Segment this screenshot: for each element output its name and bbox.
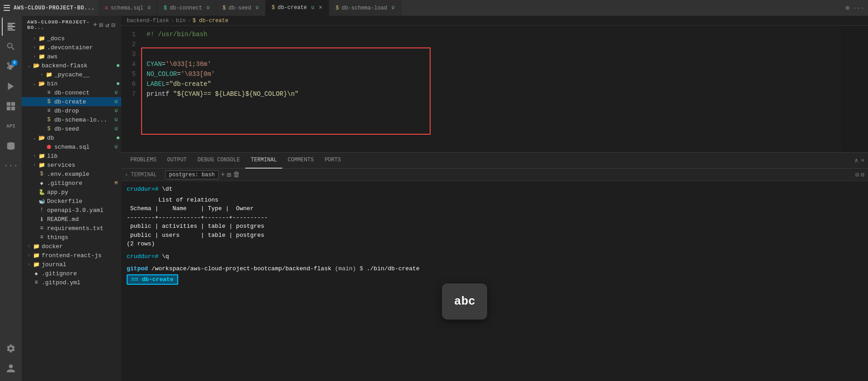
file-badge-gitignore: M	[114, 180, 118, 186]
new-file-icon[interactable]: +	[93, 21, 98, 29]
file-icon-gitpod: ≡	[33, 279, 40, 286]
abc-tooltip: abc	[442, 283, 487, 320]
sidebar-item-db-connect[interactable]: ≡ db-connect U	[22, 88, 121, 97]
sidebar-item-services[interactable]: › 📁 services	[22, 160, 121, 169]
activity-db[interactable]	[2, 137, 20, 155]
sidebar-item-devcontainer[interactable]: › 📁 .devcontainer	[22, 43, 121, 52]
terminal-header-bar: › TERMINAL postgres: bash + ⊞ 🗑 ⊡ ⊟	[121, 169, 868, 181]
tab-db-seed[interactable]: $ db-seed U	[216, 0, 266, 16]
sidebar-item-db-drop[interactable]: ≡ db-drop U	[22, 106, 121, 115]
layout-icon[interactable]: ⊞	[845, 4, 849, 12]
activity-source-control[interactable]: 8	[2, 57, 20, 75]
panel-close[interactable]: ×	[861, 157, 864, 164]
file-label-db-create: db-create	[54, 99, 114, 105]
title-bar: AWS-CLOUD-PROJECT-BO... ≡ schema.sql U $…	[0, 0, 868, 16]
sidebar-item-db-create[interactable]: $ db-create U	[22, 97, 121, 106]
term-activities-row: public | activities | table | postgres	[127, 223, 264, 230]
add-terminal-icon[interactable]: +	[221, 171, 225, 179]
kill-terminal-icon[interactable]: 🗑	[233, 170, 240, 179]
sidebar-item-things[interactable]: ≡ things	[22, 233, 121, 242]
sidebar-item-pycache[interactable]: › 📁 _pycache__	[22, 70, 121, 79]
sidebar-item-gitignore[interactable]: ◆ .gitignore M	[22, 179, 121, 188]
sidebar-item-journal[interactable]: › 📁 journal	[22, 260, 121, 269]
sidebar-item-aws[interactable]: › 📁 aws	[22, 52, 121, 61]
panel-tabs: PROBLEMS OUTPUT DEBUG CONSOLE TERMINAL C…	[121, 153, 868, 169]
folder-arrow-backend: ⌄	[25, 63, 33, 68]
new-folder-icon[interactable]: ⊞	[99, 21, 104, 29]
term-list-relations: List of relations	[127, 197, 218, 203]
svg-rect-2	[11, 102, 15, 106]
panel-tab-terminal[interactable]: TERMINAL	[245, 153, 282, 169]
tab-badge-schema: U	[148, 5, 151, 10]
sidebar-item-bin[interactable]: ⌄ 📂 bin	[22, 79, 121, 88]
line-content-1: #! /usr/bin/bash	[143, 29, 868, 39]
tab-db-create[interactable]: $ db-create U ×	[266, 0, 329, 16]
panel-tab-debug-console[interactable]: DEBUG CONSOLE	[192, 153, 246, 169]
more-actions-icon[interactable]: ···	[853, 5, 864, 12]
sidebar-item-gitpod-yml[interactable]: ≡ .gitpod.yml	[22, 278, 121, 287]
sidebar-item-docs[interactable]: › 📁 _docs	[22, 34, 121, 43]
term-prompt-q: cruddur=#	[127, 253, 162, 260]
activity-run-debug[interactable]	[2, 77, 20, 95]
panel-tab-comments[interactable]: COMMENTS	[282, 153, 319, 169]
terminal-content[interactable]: cruddur=# \dt List of relations Schema |…	[121, 181, 868, 347]
sidebar-item-lib[interactable]: › 📁 lib	[22, 151, 121, 160]
sidebar-item-schema-sql[interactable]: ⬟ schema.sql U	[22, 142, 121, 151]
file-icon-env: $	[38, 170, 45, 178]
term-prompt-dt: cruddur=#	[127, 186, 162, 193]
tab-db-schema-load[interactable]: $ db-schema-load U	[329, 0, 401, 16]
sidebar-item-db-seed[interactable]: $ db-seed U	[22, 124, 121, 133]
code-editor[interactable]: 1 #! /usr/bin/bash 2 3 4 CYAN='\03	[121, 26, 868, 152]
folder-label-pycache: _pycache__	[54, 71, 121, 78]
sidebar-item-apppy[interactable]: 🐍 app.py	[22, 188, 121, 197]
file-spacer-req	[31, 226, 38, 231]
title-bar-left: AWS-CLOUD-PROJECT-BO...	[4, 5, 95, 12]
tab-close-db-create[interactable]: ×	[319, 4, 323, 11]
sidebar-item-db-folder[interactable]: ⌄ 📂 db	[22, 133, 121, 142]
sidebar-item-readme[interactable]: ℹ README.md	[22, 215, 121, 224]
panel-chevron-up[interactable]: ∧	[854, 157, 858, 164]
tab-db-connect[interactable]: $ db-connect U	[157, 0, 216, 16]
bin-modified-dot	[117, 82, 119, 85]
file-label-db-connect: db-connect	[54, 89, 114, 96]
term-cmd-dt: \dt	[162, 186, 172, 193]
tab-label-db-schema-load: db-schema-load	[342, 5, 387, 11]
panel-tab-ports[interactable]: PORTS	[319, 153, 346, 169]
panel-tab-output[interactable]: OUTPUT	[162, 153, 192, 169]
refresh-icon[interactable]: ↺	[105, 21, 110, 29]
panel-tab-problems[interactable]: PROBLEMS	[125, 153, 162, 169]
terminal-name-badge[interactable]: postgres: bash	[165, 170, 219, 179]
folder-arrow-frontend: ›	[25, 253, 33, 258]
sidebar-item-dockerfile[interactable]: 🐋 Dockerfile	[22, 197, 121, 206]
file-icon-db-connect: ≡	[45, 89, 52, 96]
activity-extensions[interactable]	[2, 97, 20, 115]
sidebar-item-requirements[interactable]: ≡ requirements.txt	[22, 224, 121, 233]
sidebar-item-root-gitignore[interactable]: ◆ .gitignore	[22, 269, 121, 278]
terminal-minimize-icon[interactable]: ⊟	[861, 171, 864, 179]
sidebar-item-env-example[interactable]: $ .env.example	[22, 169, 121, 179]
terminal-name-area: postgres: bash + ⊞ 🗑	[165, 170, 240, 179]
code-line-4: 4 CYAN='\033[1;36m'	[121, 59, 868, 69]
activity-settings[interactable]	[2, 339, 20, 357]
activity-search[interactable]	[2, 38, 20, 56]
term-line-columns: Schema | Name | Type | Owner	[127, 204, 863, 213]
sidebar-item-docker-folder[interactable]: › 📁 docker	[22, 242, 121, 251]
sidebar-item-frontend[interactable]: › 📁 frontend-react-js	[22, 251, 121, 260]
sidebar-item-db-schema-load[interactable]: $ db-schema-lo... U	[22, 115, 121, 124]
file-label-db-seed: db-seed	[54, 126, 114, 132]
tab-schema-sql[interactable]: ≡ schema.sql U	[98, 0, 157, 16]
activity-more[interactable]: ···	[2, 157, 20, 175]
activity-api[interactable]: API	[2, 117, 20, 135]
hamburger-menu-icon[interactable]	[4, 5, 11, 12]
activity-explorer[interactable]	[2, 18, 20, 36]
activity-user[interactable]	[2, 359, 20, 377]
sidebar-item-backend-flask[interactable]: ⌄ 📂 backend-flask	[22, 61, 121, 70]
collapse-all-icon[interactable]: ⊟	[111, 21, 116, 29]
term-line-list-header: List of relations	[127, 196, 863, 205]
split-terminal-icon[interactable]: ⊞	[227, 170, 231, 179]
file-icon-app: 🐍	[38, 188, 45, 196]
file-icon-db-seed: $	[45, 125, 52, 132]
file-label-req: requirements.txt	[47, 225, 121, 232]
terminal-maximize-icon[interactable]: ⊡	[855, 171, 859, 179]
sidebar-item-openapi[interactable]: ! openapi-3.0.yaml	[22, 206, 121, 215]
